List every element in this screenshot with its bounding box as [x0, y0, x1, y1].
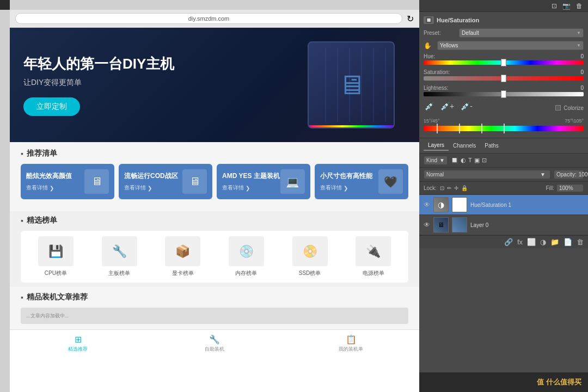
ps-light-track[interactable]	[424, 92, 584, 96]
ps-toolbar-icon-3[interactable]: 🗑	[576, 2, 583, 10]
ps-opacity-value: 100%	[579, 171, 588, 177]
product-card-3[interactable]: 小尺寸也有高性能 查看详情 ❯ 🖤	[315, 164, 408, 199]
rank-item-1[interactable]: 🔧 主板榜单	[90, 236, 149, 277]
tab-channels[interactable]: Channels	[449, 141, 480, 150]
ps-saturation-row: Saturation: 0	[424, 69, 584, 81]
ps-lock-paint-icon[interactable]: ✏	[447, 185, 451, 191]
product-card-3-img: 🖤	[378, 169, 403, 194]
ps-layers-actions: 🔗 fx ⬜ ◑ 📁 📄 🗑	[419, 235, 588, 248]
ps-filter-pixel-icon[interactable]: 🔲	[451, 157, 458, 164]
left-panel: diy.smzdm.com ↻ 年轻人的第一台DIY主机 让DIY变得更简单 立…	[0, 0, 419, 392]
ps-fx-icon[interactable]: fx	[517, 238, 523, 246]
ps-channel-select[interactable]: Yellows ▼	[437, 41, 584, 50]
section3-label: 精品装机文章推荐	[27, 292, 88, 302]
ps-layers-tabs: Layers Channels Paths	[419, 138, 588, 154]
ps-sat-value: 0	[570, 69, 584, 75]
nav-item-2[interactable]: 📋 我的装机单	[283, 332, 419, 355]
product-card-1-img: 🖥	[182, 169, 207, 194]
ps-blend-arrow: ▼	[540, 171, 546, 177]
photoshop-panel: ⊡ 📷 🗑 🔲 Hue/Saturation Preset: Default ▼…	[419, 0, 588, 392]
ps-layer-0-eye-icon[interactable]: 👁	[424, 201, 430, 209]
ps-blend-select[interactable]: Normal ▼	[424, 170, 550, 179]
layer-item-0[interactable]: 👁 ◑ Hue/Saturation 1	[419, 195, 588, 215]
ps-lock-transparent-icon[interactable]: ⊡	[440, 185, 444, 191]
ps-layer-1-eye-icon[interactable]: 👁	[424, 221, 430, 229]
product-card-1-link[interactable]: 查看详情 ❯	[124, 184, 182, 192]
ps-logo: 值 什么值得买	[537, 377, 581, 387]
layer-item-1[interactable]: 👁 🖥 Layer 0	[419, 215, 588, 235]
ps-filter-smart-icon[interactable]: ⊡	[482, 157, 487, 164]
ps-hue-track[interactable]	[424, 60, 584, 65]
ps-filter-adjust-icon[interactable]: ◐	[461, 157, 466, 164]
ps-eyedropper-sub-btn[interactable]: 💉-	[460, 101, 474, 112]
product-card-0-link[interactable]: 查看详情 ❯	[26, 184, 84, 192]
refresh-icon[interactable]: ↻	[407, 14, 414, 24]
ps-preset-value: Default	[462, 30, 479, 36]
ps-group-icon[interactable]: 📁	[550, 238, 559, 246]
section2-title: ▪ 精选榜单	[21, 216, 408, 225]
ps-layer-0-thumb: ◑	[433, 197, 449, 212]
product-card-1-content: 流畅运行COD战区 查看详情 ❯	[124, 171, 182, 192]
hero-title: 年轻人的第一台DIY主机	[23, 54, 174, 74]
ps-layer-1-mask-thumb	[452, 217, 467, 232]
ps-toolbar-icon-1[interactable]: ⊡	[552, 2, 557, 10]
ps-lock-all-icon[interactable]: 🔒	[461, 185, 468, 191]
rank-item-0[interactable]: 💾 CPU榜单	[26, 236, 85, 277]
ps-light-thumb[interactable]	[501, 90, 506, 98]
ps-colorize-checkbox[interactable]	[555, 105, 561, 111]
product-card-3-link[interactable]: 查看详情 ❯	[320, 184, 378, 192]
ps-hue-thumb[interactable]	[501, 59, 506, 66]
ps-new-layer-icon[interactable]: 📄	[564, 238, 572, 246]
ps-sat-thumb[interactable]	[501, 75, 506, 82]
ps-lock-move-icon[interactable]: ✛	[454, 185, 458, 191]
tab-paths[interactable]: Paths	[480, 141, 503, 150]
ps-opacity-label: Opacity:	[556, 171, 577, 177]
ps-hue-value: 0	[570, 53, 584, 59]
rank-item-5[interactable]: 🔌 电源榜单	[344, 236, 403, 277]
ruler-left	[0, 10, 10, 392]
ps-opacity-field[interactable]: Opacity: 100%	[554, 170, 584, 179]
ps-colorize-row: Colorize	[555, 105, 584, 111]
ps-adjustment-icon[interactable]: ◑	[540, 238, 546, 246]
hero-cta-button[interactable]: 立即定制	[23, 97, 80, 116]
rank-img-0: 💾	[38, 236, 74, 266]
ps-fill-field[interactable]: 100%	[556, 184, 584, 192]
rank-item-4[interactable]: 📀 SSD榜单	[280, 236, 340, 277]
product-card-0-name: 酷炫光效高颜值	[26, 171, 84, 181]
rank-label-1: 主板榜单	[108, 270, 130, 277]
ps-link-icon[interactable]: 🔗	[504, 238, 513, 246]
product-card-3-name: 小尺寸也有高性能	[320, 171, 378, 181]
rank-label-5: 电源榜单	[363, 270, 384, 277]
ps-delete-layer-icon[interactable]: 🗑	[577, 238, 584, 246]
ps-fill-value: 100%	[559, 185, 573, 191]
ps-preset-label: Preset:	[424, 30, 459, 36]
ps-eyedropper-btn[interactable]: 💉	[424, 101, 435, 112]
tab-layers[interactable]: Layers	[424, 140, 449, 151]
product-card-0[interactable]: 酷炫光效高颜值 查看详情 ❯ 🖥	[21, 164, 114, 199]
product-card-2[interactable]: AMD YES 主题装机 查看详情 ❯ 💻	[217, 164, 310, 199]
ps-mask-icon[interactable]: ⬜	[527, 238, 536, 246]
ps-toolbar-icon-2[interactable]: 📷	[562, 2, 571, 10]
nav-item-1[interactable]: 🔧 自助装机	[146, 332, 283, 355]
product-card-1[interactable]: 流畅运行COD战区 查看详情 ❯ 🖥	[119, 164, 212, 199]
ps-filter-shape-icon[interactable]: ▣	[474, 157, 480, 164]
ps-eyedropper-add-btn[interactable]: 💉+	[439, 101, 455, 112]
ps-sat-track[interactable]	[424, 76, 584, 81]
ps-hand-icon[interactable]: ✋	[424, 42, 432, 50]
article-placeholder: ...文章内容加载中...	[21, 308, 408, 324]
nav-item-0[interactable]: ⊞ 精选推荐	[10, 332, 146, 355]
ps-kind-select[interactable]: Kind ▼	[424, 156, 448, 165]
rank-item-3[interactable]: 💿 内存榜单	[217, 236, 276, 277]
ps-range-bar[interactable]	[424, 126, 584, 131]
product-card-2-link[interactable]: 查看详情 ❯	[222, 184, 280, 192]
ps-sat-label: Saturation:	[424, 69, 450, 75]
ps-filter-type-icon[interactable]: T	[468, 157, 472, 164]
ps-layers-kind-bar: Kind ▼ 🔲 ◐ T ▣ ⊡	[419, 154, 588, 168]
ps-properties-panel: 🔲 Hue/Saturation Preset: Default ▼ ✋ Yel…	[419, 12, 588, 138]
browser-url-bar[interactable]: diy.smzdm.com	[15, 13, 402, 24]
ps-preset-select[interactable]: Default ▼	[459, 28, 584, 38]
product-card-3-content: 小尺寸也有高性能 查看详情 ❯	[320, 171, 378, 192]
rank-item-2[interactable]: 📦 显卡榜单	[153, 236, 212, 277]
browser-chrome: diy.smzdm.com ↻	[10, 10, 419, 28]
section2-icon: ▪	[21, 216, 23, 225]
